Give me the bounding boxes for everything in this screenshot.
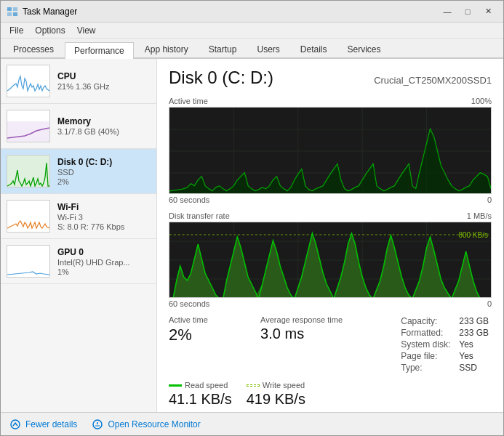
right-stats-table: Capacity: 233 GB Formatted: 233 GB Syste… (398, 315, 492, 374)
disk-title: Disk 0 (C: D:) (169, 68, 273, 88)
cpu-info: CPU 21% 1.36 GHz (57, 71, 151, 91)
task-manager-window: Task Manager — □ ✕ File Options View Pro… (0, 0, 504, 436)
page-file-label: Page file: (398, 350, 456, 362)
tab-app-history[interactable]: App history (135, 41, 198, 57)
svg-rect-6 (7, 121, 49, 142)
svg-point-36 (11, 420, 20, 429)
write-speed-item: Write speed 419 KB/s (247, 381, 305, 408)
sidebar-item-gpu0[interactable]: GPU 0 Intel(R) UHD Grap... 1% (1, 239, 156, 284)
memory-thumbnail (7, 110, 50, 142)
chart2-bottom-left: 60 seconds (169, 299, 209, 308)
resource-monitor-icon (92, 419, 103, 430)
speed-row: Read speed 41.1 KB/s Write speed 419 KB/… (169, 381, 492, 408)
tab-users[interactable]: Users (247, 41, 289, 57)
chart1-bottom-left: 60 seconds (169, 195, 209, 204)
wifi-info: Wi-Fi Wi-Fi 3 S: 8.0 R: 776 Kbps (57, 202, 151, 231)
menu-bar: File Options View (1, 23, 503, 39)
active-time-chart (169, 107, 492, 194)
cpu-stats: 21% 1.36 GHz (57, 82, 151, 91)
system-disk-value: Yes (456, 339, 492, 350)
disk-header: Disk 0 (C: D:) Crucial_CT250MX200SSD1 (169, 68, 492, 88)
app-icon (7, 6, 18, 17)
open-resource-monitor-button[interactable]: Open Resource Monitor (92, 419, 200, 430)
svg-rect-3 (13, 12, 17, 16)
read-speed-label: Read speed (169, 381, 232, 389)
gpu0-sub2: 1% (57, 267, 151, 276)
window-title: Task Manager (23, 7, 438, 17)
read-speed-label-text: Read speed (185, 381, 228, 389)
write-speed-label-text: Write speed (263, 381, 305, 389)
tab-services[interactable]: Services (338, 41, 391, 57)
sidebar-item-wifi[interactable]: Wi-Fi Wi-Fi 3 S: 8.0 R: 776 Kbps (1, 194, 156, 239)
chart2-label-row: Disk transfer rate 1 MB/s (169, 211, 492, 220)
title-bar: Task Manager — □ ✕ (1, 1, 503, 23)
svg-rect-2 (7, 12, 12, 16)
system-disk-label: System disk: (398, 339, 456, 350)
svg-rect-1 (13, 7, 17, 11)
system-disk-row: System disk: Yes (398, 339, 492, 350)
content-area: CPU 21% 1.36 GHz Memory 3.1/7.8 GB (40%) (1, 59, 503, 412)
transfer-rate-chart: 800 KB/s (169, 222, 492, 298)
memory-title: Memory (57, 116, 151, 126)
menu-options[interactable]: Options (29, 24, 71, 37)
disk0-info: Disk 0 (C: D:) SSD 2% (57, 157, 151, 186)
write-speed-indicator (247, 384, 260, 387)
read-speed-item: Read speed 41.1 KB/s (169, 381, 232, 408)
transfer-rate-chart-section: Disk transfer rate 1 MB/s (169, 211, 492, 308)
chart2-annotation: 800 KB/s (458, 231, 488, 239)
chart1-bottom-right: 0 (487, 195, 492, 204)
tab-processes[interactable]: Processes (4, 41, 63, 57)
gpu0-info: GPU 0 Intel(R) UHD Grap... 1% (57, 247, 151, 276)
chart2-bottom-right: 0 (487, 299, 492, 308)
maximize-button[interactable]: □ (458, 4, 477, 19)
menu-file[interactable]: File (4, 24, 29, 37)
chart1-label: Active time (169, 97, 208, 105)
tab-bar: Processes Performance App history Startu… (1, 39, 503, 59)
right-stats: Capacity: 233 GB Formatted: 233 GB Syste… (398, 315, 492, 374)
page-file-value: Yes (456, 350, 492, 362)
active-time-stat: Active time 2% (169, 315, 260, 374)
svg-rect-0 (7, 7, 12, 11)
memory-info: Memory 3.1/7.8 GB (40%) (57, 116, 151, 136)
main-panel: Disk 0 (C: D:) Crucial_CT250MX200SSD1 Ac… (157, 59, 503, 412)
cpu-title: CPU (57, 71, 151, 81)
menu-view[interactable]: View (71, 24, 102, 37)
stats-row: Active time 2% Average response time 3.0… (169, 315, 492, 374)
disk0-sub2: 2% (57, 177, 151, 186)
window-controls: — □ ✕ (438, 4, 497, 19)
formatted-value: 233 GB (456, 327, 492, 339)
close-button[interactable]: ✕ (479, 4, 497, 19)
disk0-thumbnail (7, 155, 50, 187)
type-value: SSD (456, 362, 492, 374)
capacity-label: Capacity: (398, 315, 456, 327)
formatted-row: Formatted: 233 GB (398, 327, 492, 339)
type-label: Type: (398, 362, 456, 374)
gpu0-thumbnail (7, 245, 50, 278)
chart1-label-row: Active time 100% (169, 97, 492, 105)
fewer-details-button[interactable]: Fewer details (9, 419, 77, 430)
tab-startup[interactable]: Startup (199, 41, 247, 57)
sidebar-item-cpu[interactable]: CPU 21% 1.36 GHz (1, 59, 156, 104)
avg-response-label: Average response time (260, 315, 398, 324)
tab-performance[interactable]: Performance (65, 42, 134, 59)
wifi-sub2: S: 8.0 R: 776 Kbps (57, 222, 151, 231)
write-speed-label: Write speed (247, 381, 305, 389)
tab-details[interactable]: Details (291, 41, 337, 57)
gpu0-sub1: Intel(R) UHD Grap... (57, 258, 151, 267)
active-time-value: 2% (169, 326, 260, 344)
cpu-thumbnail (7, 65, 50, 97)
chart1-right-label: 100% (471, 97, 492, 105)
sidebar-item-disk0[interactable]: Disk 0 (C: D:) SSD 2% (1, 149, 156, 194)
minimize-button[interactable]: — (438, 4, 457, 19)
sidebar: CPU 21% 1.36 GHz Memory 3.1/7.8 GB (40%) (1, 59, 157, 412)
chart2-right-label: 1 MB/s (467, 211, 492, 220)
formatted-label: Formatted: (398, 327, 456, 339)
chevron-up-icon (9, 419, 21, 430)
chart2-bottom-row: 60 seconds 0 (169, 299, 492, 308)
type-row: Type: SSD (398, 362, 492, 374)
avg-response-value: 3.0 ms (260, 326, 398, 342)
read-speed-value: 41.1 KB/s (169, 391, 232, 408)
sidebar-item-memory[interactable]: Memory 3.1/7.8 GB (40%) (1, 104, 156, 149)
fewer-details-label: Fewer details (25, 419, 77, 429)
chart1-bottom-row: 60 seconds 0 (169, 195, 492, 204)
